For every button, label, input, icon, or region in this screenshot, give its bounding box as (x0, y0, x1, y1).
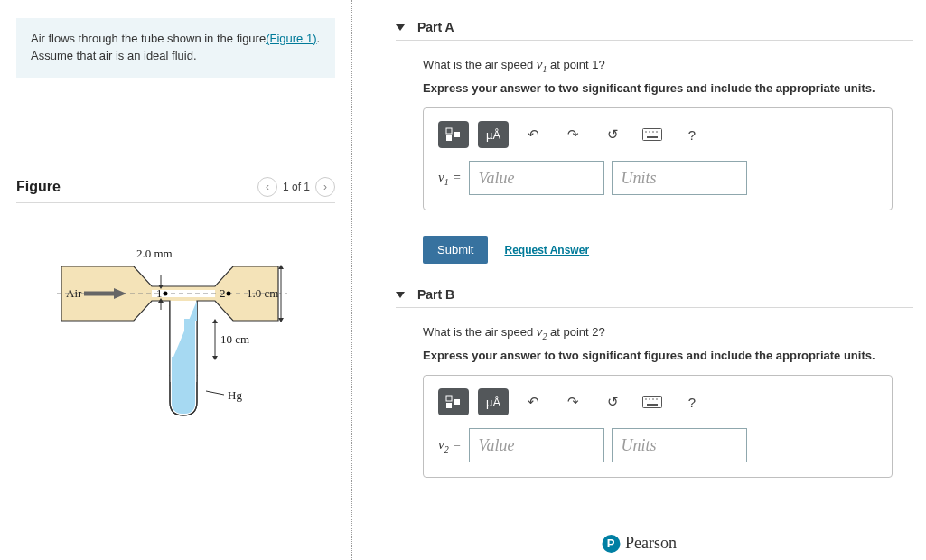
svg-point-26 (652, 131, 654, 133)
units-input-b[interactable]: Units (612, 428, 747, 462)
help-button[interactable]: ? (677, 388, 707, 415)
problem-statement: Air flows through the tube shown in the … (16, 18, 335, 78)
figure-image: Air 2.0 mm 1 2 1.0 cm 10 cm Hg (16, 239, 305, 420)
fig-h-label: 10 cm (220, 332, 249, 346)
part-a-instruction: Express your answer to two significant f… (423, 81, 913, 95)
svg-line-19 (206, 391, 224, 395)
caret-down-icon (396, 24, 405, 31)
submit-button-a[interactable]: Submit (423, 236, 488, 264)
svg-rect-22 (454, 132, 460, 137)
undo-button[interactable]: ↶ (518, 388, 548, 415)
fig-p1-label: 1 (156, 286, 163, 300)
svg-rect-3 (184, 319, 195, 402)
figure-heading: Figure (16, 179, 61, 195)
answer-widget-b: µÅ ↶ ↷ ↺ ? v2 = Value Units (423, 375, 893, 478)
svg-rect-20 (446, 128, 452, 134)
figure-link[interactable]: (Figure 1) (266, 32, 316, 45)
keyboard-button[interactable] (637, 388, 668, 415)
reset-button[interactable]: ↺ (597, 121, 628, 148)
part-b-header[interactable]: Part B (396, 287, 913, 308)
redo-button[interactable]: ↷ (557, 121, 588, 148)
figure-prev-button[interactable]: ‹ (257, 177, 277, 197)
svg-point-7 (164, 291, 168, 295)
part-a-title: Part A (417, 20, 454, 34)
templates-button[interactable] (438, 121, 469, 148)
fraction-icon (445, 395, 462, 409)
svg-marker-14 (278, 265, 284, 269)
svg-point-36 (656, 398, 658, 400)
footer-brand-text: Pearson (625, 534, 677, 553)
units-button[interactable]: µÅ (478, 121, 509, 148)
help-button[interactable]: ? (677, 121, 707, 148)
part-b-question: What is the air speed v2 at point 2? (423, 324, 913, 341)
problem-text: Air flows through the tube shown in the … (31, 32, 266, 45)
fig-p2-label: 2 (220, 286, 226, 300)
svg-marker-18 (212, 356, 218, 360)
units-button[interactable]: µÅ (478, 388, 509, 415)
svg-point-33 (645, 398, 647, 400)
lhs-var-b: v2 = (438, 437, 462, 454)
part-b-title: Part B (417, 287, 454, 302)
fig-d1-label: 2.0 mm (136, 247, 173, 260)
request-answer-link-a[interactable]: Request Answer (504, 244, 589, 257)
svg-point-34 (649, 398, 650, 400)
part-a-question: What is the air speed v1 at point 1? (423, 57, 913, 74)
fig-air-label: Air (66, 286, 82, 300)
svg-rect-32 (643, 397, 662, 408)
lhs-var-a: v1 = (438, 170, 462, 187)
svg-rect-29 (446, 396, 452, 401)
reset-button[interactable]: ↺ (597, 388, 628, 415)
fig-d2-label: 1.0 cm (247, 286, 278, 300)
figure-next-button[interactable]: › (315, 177, 335, 197)
svg-point-24 (645, 131, 647, 133)
value-input-a[interactable]: Value (469, 161, 604, 195)
keyboard-icon (642, 128, 662, 141)
part-a-header[interactable]: Part A (396, 20, 913, 41)
svg-rect-30 (446, 403, 452, 408)
svg-marker-15 (278, 318, 284, 322)
svg-point-8 (227, 291, 231, 295)
keyboard-icon (642, 396, 662, 408)
svg-rect-31 (454, 399, 460, 405)
svg-rect-23 (643, 129, 662, 141)
value-input-b[interactable]: Value (469, 428, 604, 462)
svg-rect-28 (647, 136, 658, 138)
svg-point-25 (649, 131, 650, 133)
answer-widget-a: µÅ ↶ ↷ ↺ ? v1 = Value Units (423, 107, 893, 210)
footer-brand: P Pearson (602, 534, 677, 553)
svg-point-27 (656, 131, 658, 133)
templates-button[interactable] (438, 388, 469, 415)
undo-button[interactable]: ↶ (518, 121, 548, 148)
svg-rect-21 (446, 135, 452, 141)
fraction-icon (445, 127, 462, 142)
figure-page-indicator: 1 of 1 (283, 181, 310, 193)
redo-button[interactable]: ↷ (557, 388, 588, 415)
keyboard-button[interactable] (637, 121, 668, 148)
caret-down-icon (396, 292, 405, 298)
fig-hg-label: Hg (228, 388, 242, 402)
svg-point-35 (652, 398, 654, 400)
pearson-logo-icon: P (602, 535, 620, 553)
units-input-a[interactable]: Units (612, 161, 747, 195)
svg-rect-37 (647, 404, 658, 406)
part-b-instruction: Express your answer to two significant f… (423, 349, 913, 362)
svg-marker-17 (212, 319, 218, 323)
